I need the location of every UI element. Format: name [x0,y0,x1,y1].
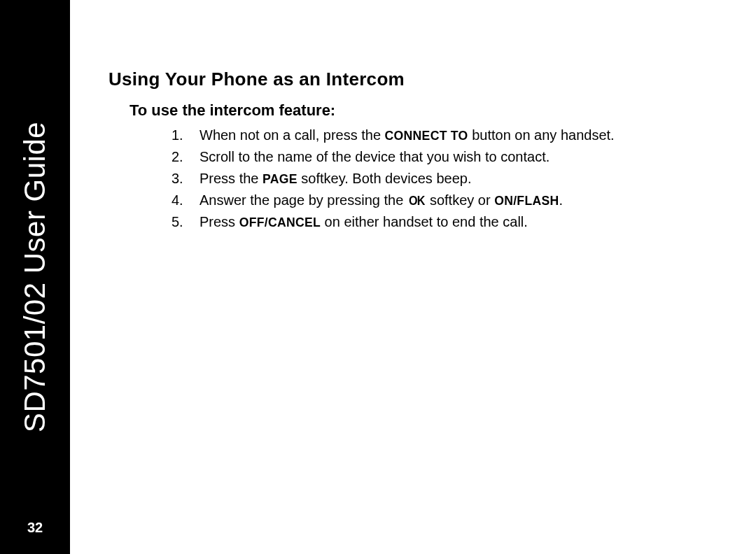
step-item: 2. Scroll to the name of the device that… [172,147,721,167]
step-text: When not on a call, press the [200,127,385,143]
step-bold: ON/FLASH [494,194,559,208]
step-number: 1. [172,125,183,145]
step-text: softkey or [426,192,494,208]
step-item: 1. When not on a call, press the CONNECT… [172,125,721,145]
step-number: 3. [172,169,183,189]
content-area: Using Your Phone as an Intercom To use t… [108,69,721,234]
step-item: 5. Press OFF/CANCEL on either handset to… [172,212,721,232]
step-bold: PAGE [262,172,298,186]
step-text: on either handset to end the call. [321,214,528,229]
section-subheading: To use the intercom feature: [130,101,721,120]
step-text: softkey. Both devices beep. [298,171,472,186]
sidebar: SD7501/02 User Guide 32 [0,0,70,554]
step-number: 4. [172,190,183,211]
step-item: 4. Answer the page by pressing the OK so… [172,190,721,211]
step-text: button on any handset. [468,127,615,143]
step-text: . [559,192,564,208]
step-text: Scroll to the name of the device that yo… [200,149,550,164]
ok-icon: OK [409,191,425,211]
steps-list: 1. When not on a call, press the CONNECT… [172,125,721,232]
step-number: 5. [172,212,183,232]
page-number: 32 [0,520,70,536]
section-heading: Using Your Phone as an Intercom [108,69,721,90]
step-bold: CONNECT TO [385,129,468,143]
step-text: Press [200,214,239,229]
step-text: Press the [200,171,262,186]
step-item: 3. Press the PAGE softkey. Both devices … [172,169,721,189]
step-text: Answer the page by pressing the [200,192,407,208]
step-bold: OFF/CANCEL [239,215,321,229]
step-number: 2. [172,147,183,167]
sidebar-title: SD7501/02 User Guide [18,122,52,432]
